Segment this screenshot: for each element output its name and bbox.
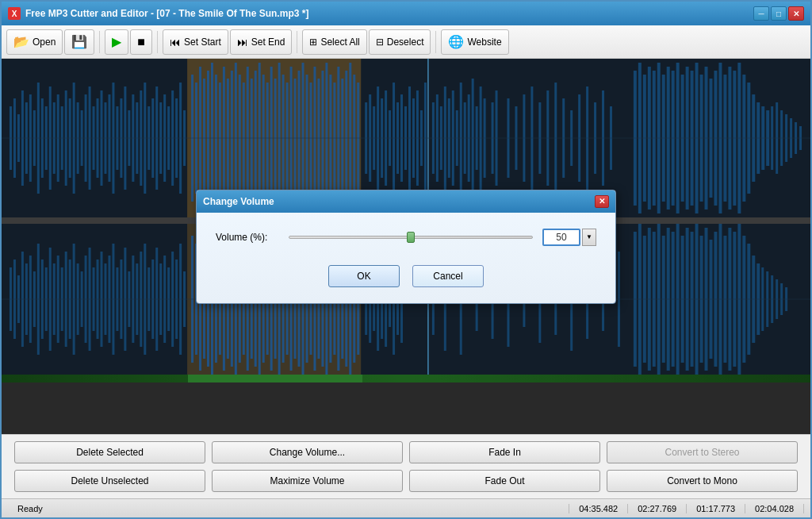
toolbar-separator-4 (435, 31, 436, 53)
volume-slider-thumb[interactable] (407, 232, 415, 243)
volume-value-box: ▼ (542, 229, 596, 246)
cancel-button[interactable]: Cancel (412, 265, 484, 287)
status-time3: 01:17.773 (687, 504, 745, 513)
toolbar-separator-2 (157, 31, 158, 53)
deselect-button[interactable]: ⊟ Deselect (369, 29, 431, 55)
change-volume-button[interactable]: Change Volume... (212, 441, 403, 463)
set-start-icon: ⏮ (170, 36, 181, 48)
maximize-volume-button[interactable]: Maximize Volume (212, 470, 403, 492)
dialog-close-button[interactable]: ✕ (595, 195, 609, 208)
volume-dropdown-button[interactable]: ▼ (582, 229, 596, 246)
status-time1: 04:35.482 (569, 504, 628, 513)
toolbar-separator-3 (297, 31, 297, 53)
select-all-button[interactable]: ⊞ Select All (302, 29, 366, 55)
open-button[interactable]: 📂 Open (6, 29, 63, 55)
set-start-button[interactable]: ⏮ Set Start (163, 29, 228, 55)
folder-icon: 📂 (13, 34, 29, 49)
waveform-container[interactable]: Change Volume ✕ Volume (%): ▼ (2, 59, 810, 434)
open-label: Open (33, 37, 56, 48)
window-title: Free MP3 Cutter and Editor - [07 - The S… (25, 8, 753, 19)
status-bar: Ready 04:35.482 02:27.769 01:17.773 02:0… (2, 498, 810, 517)
save-icon: 💾 (71, 34, 87, 49)
convert-to-stereo-button[interactable]: Convert to Stereo (607, 441, 798, 463)
dialog-title-bar: Change Volume ✕ (197, 190, 615, 213)
save-button[interactable]: 💾 (64, 29, 94, 55)
title-bar: X Free MP3 Cutter and Editor - [07 - The… (2, 2, 810, 25)
stop-button[interactable]: ■ (130, 29, 152, 55)
stop-icon: ■ (137, 35, 145, 49)
action-buttons: Delete Selected Change Volume... Fade In… (2, 434, 810, 498)
toolbar-separator-1 (99, 31, 100, 53)
set-end-button[interactable]: ⏭ Set End (230, 29, 293, 55)
toolbar: 📂 Open 💾 ▶ ■ ⏮ Set Start ⏭ Set End ⊞ Sel… (2, 25, 810, 59)
status-time4: 02:04.028 (745, 504, 804, 513)
select-all-icon: ⊞ (309, 37, 317, 48)
window-controls: ─ □ ✕ (753, 6, 804, 21)
website-button[interactable]: 🌐 Website (441, 29, 508, 55)
website-label: Website (467, 37, 501, 48)
status-ready: Ready (8, 504, 569, 513)
set-start-label: Set Start (184, 37, 221, 48)
ok-button[interactable]: OK (328, 265, 400, 287)
dialog-content: Volume (%): ▼ OK Cancel (197, 213, 615, 303)
play-icon: ▶ (112, 34, 121, 49)
delete-selected-button[interactable]: Delete Selected (14, 441, 205, 463)
fade-out-button[interactable]: Fade Out (409, 470, 600, 492)
select-all-label: Select All (320, 37, 359, 48)
volume-slider[interactable] (289, 236, 533, 239)
app-icon: X (8, 7, 21, 20)
status-time2: 02:27.769 (628, 504, 687, 513)
maximize-button[interactable]: □ (771, 6, 787, 21)
deselect-label: Deselect (387, 37, 424, 48)
deselect-icon: ⊟ (376, 37, 384, 48)
set-end-icon: ⏭ (237, 36, 248, 48)
dialog-buttons: OK Cancel (216, 265, 596, 287)
delete-unselected-button[interactable]: Delete Unselected (14, 470, 205, 492)
dialog-title: Change Volume (203, 196, 595, 207)
volume-input[interactable] (542, 229, 580, 246)
set-end-label: Set End (251, 37, 285, 48)
app-window: X Free MP3 Cutter and Editor - [07 - The… (0, 0, 812, 519)
fade-in-button[interactable]: Fade In (409, 441, 600, 463)
change-volume-dialog: Change Volume ✕ Volume (%): ▼ (196, 190, 616, 304)
modal-overlay: Change Volume ✕ Volume (%): ▼ (2, 59, 810, 434)
minimize-button[interactable]: ─ (753, 6, 769, 21)
volume-label: Volume (%): (216, 232, 279, 243)
play-button[interactable]: ▶ (105, 29, 128, 55)
close-button[interactable]: ✕ (788, 6, 804, 21)
convert-to-mono-button[interactable]: Convert to Mono (607, 470, 798, 492)
volume-row: Volume (%): ▼ (216, 229, 596, 246)
website-icon: 🌐 (448, 34, 464, 49)
